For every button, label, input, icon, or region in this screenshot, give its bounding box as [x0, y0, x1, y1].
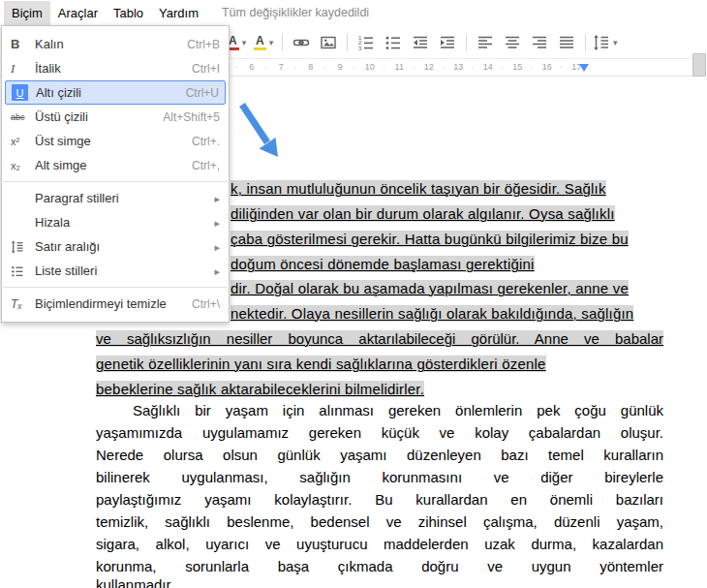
menu-item-ust-simge[interactable]: x² Üst simge Ctrl+. [2, 129, 229, 153]
decrease-indent-icon [412, 34, 429, 51]
document-line[interactable]: kullanmadır. [96, 575, 663, 588]
decrease-indent-button[interactable] [409, 31, 432, 54]
align-right-button[interactable] [528, 31, 551, 54]
menu-item-paragraf-stilleri[interactable]: Paragraf stilleri [2, 186, 229, 210]
menubar-item-bicim[interactable]: Biçim [4, 1, 50, 25]
menubar-item-tablo[interactable]: Tablo [106, 1, 151, 25]
menu-separator [3, 287, 228, 288]
ruler-number: 14 [474, 59, 504, 76]
submenu-arrow-icon [214, 263, 220, 278]
increase-indent-icon [439, 34, 456, 51]
insert-image-button[interactable] [317, 31, 340, 54]
document-line[interactable]: dir. Doğal olarak bu aşamada yapılması g… [231, 279, 629, 298]
google-docs-window: Biçim Araçlar Tablo Yardım Tüm değişikli… [0, 0, 707, 588]
annotation-arrow [228, 95, 295, 172]
menu-separator [3, 181, 228, 182]
menubar-item-yardim[interactable]: Yardım [151, 1, 206, 25]
toolbar-separator [282, 34, 283, 51]
submenu-arrow-icon [214, 215, 220, 230]
document-line[interactable]: sigara, alkol, uyarıcı ve uyuşturucu mad… [96, 535, 663, 554]
document-line[interactable]: temizlik, sağlıklı beslenme, bedensel ve… [96, 512, 663, 532]
submenu-arrow-icon [214, 239, 220, 254]
align-justify-icon [558, 34, 575, 51]
document-line[interactable]: k, insan mutluluğunun öncelik taşıyan bi… [231, 179, 606, 199]
menu-item-alt-simge[interactable]: x₂ Alt simge Ctrl+, [2, 153, 229, 177]
document-line[interactable]: yaşamımızda uygulamamız gereken küçük ve… [96, 423, 663, 443]
bold-icon: B [11, 37, 19, 51]
ruler-number: 7 [266, 59, 296, 76]
document-line[interactable]: bebeklerine sağlık aktarabileceklerini b… [96, 380, 424, 399]
ruler-number: 10 [355, 59, 385, 76]
document-line[interactable]: korunma, sorunlarla başa çıkmada doğru v… [96, 557, 663, 576]
document-line[interactable]: bilinerek uygulanması, sağlığın korunmas… [96, 468, 663, 487]
ruler-number: 12 [415, 59, 445, 76]
subscript-icon: x₂ [11, 160, 20, 171]
document-line[interactable]: doğum öncesi dönemde başlaması gerektiği… [231, 255, 535, 274]
highlight-color-icon: A [254, 35, 266, 50]
line-spacing-icon [593, 34, 610, 51]
ruler-number: 8 [296, 59, 326, 76]
numbered-list-button[interactable]: 1 2 3 [354, 31, 378, 54]
document-line[interactable]: genetik özelliklerinin yanı sıra kendi s… [96, 355, 546, 374]
increase-indent-button[interactable] [436, 31, 459, 54]
toolbar-separator [466, 34, 467, 51]
underline-icon: U [12, 84, 28, 101]
menubar: Biçim Araçlar Tablo Yardım Tüm değişikli… [0, 0, 707, 25]
menu-item-alti-cizili[interactable]: U Altı çizili Ctrl+U [5, 80, 226, 105]
bulleted-list-icon [384, 34, 402, 51]
ruler-number: 9 [325, 59, 355, 76]
toolbar-separator [585, 34, 586, 51]
link-icon [292, 34, 310, 51]
ruler-number: 15 [503, 59, 533, 76]
insert-link-button[interactable] [290, 31, 313, 54]
align-center-icon [504, 34, 521, 51]
document-line[interactable]: çaba gösterilmesi gerekir. Hatta bugünkü… [231, 230, 629, 249]
align-left-button[interactable] [474, 31, 497, 54]
ruler-number: 13 [444, 59, 474, 76]
menu-item-bicimlendirmeyi-temizle[interactable]: Tₓ Biçimlendirmeyi temizle Ctrl+\ [2, 292, 229, 316]
line-spacing-icon [11, 240, 24, 254]
menu-item-liste-stilleri[interactable]: Liste stilleri [2, 259, 229, 283]
image-icon [320, 34, 337, 51]
menu-item-satir-araligi[interactable]: Satır aralığı [2, 234, 229, 259]
align-justify-button[interactable] [555, 31, 578, 54]
menu-item-italik[interactable]: I İtalik Ctrl+I [2, 56, 229, 80]
document-line[interactable]: paylaştığımız yaşamı kolaylaştırır. Bu k… [96, 490, 663, 510]
clear-formatting-icon: Tₓ [11, 297, 22, 311]
superscript-icon: x² [11, 136, 19, 147]
submenu-arrow-icon [214, 191, 220, 205]
align-right-icon [531, 34, 548, 51]
numbered-list-icon: 1 2 3 [357, 34, 375, 51]
italic-icon: I [11, 61, 15, 77]
document-line[interactable]: diliğinden var olan bir durum olarak alg… [231, 204, 615, 224]
line-spacing-button[interactable] [593, 31, 618, 54]
svg-text:3: 3 [358, 45, 362, 50]
bulleted-list-button[interactable] [382, 31, 405, 54]
document-line[interactable]: Sağlıklı bir yaşam için alınması gereken… [96, 401, 663, 420]
ruler-number: 6 [237, 59, 267, 76]
ruler-number: 11 [384, 59, 415, 76]
align-left-icon [476, 34, 494, 51]
highlight-color-button[interactable]: A [252, 31, 275, 54]
menu-item-ustu-cizili[interactable]: abc Üstü çizili Alt+Shift+5 [2, 105, 229, 129]
toolbar-separator [347, 34, 348, 51]
document-line[interactable]: Nerede olursa olsun günlük yaşamı düzenl… [96, 446, 663, 465]
menu-item-hizala[interactable]: Hizala [2, 210, 229, 234]
align-center-button[interactable] [501, 31, 524, 54]
save-status: Tüm değişiklikler kaydedildi [222, 6, 369, 19]
menubar-item-araclar[interactable]: Araçlar [50, 1, 106, 25]
document-line[interactable]: nektedir. Olaya nesillerin sağlığı olara… [231, 304, 633, 324]
menu-item-kalin[interactable]: B Kalın Ctrl+B [2, 32, 229, 56]
right-indent-marker[interactable] [579, 64, 589, 72]
format-menu: B Kalın Ctrl+B I İtalik Ctrl+I U Altı çi… [1, 25, 230, 323]
list-styles-icon [11, 264, 24, 278]
ruler-number: 16 [533, 59, 563, 76]
scrollbar-thumb[interactable] [692, 53, 706, 77]
strikethrough-icon: abc [11, 112, 25, 122]
document-line[interactable]: ve sağlıksızlığın nesiller boyunca aktar… [96, 329, 663, 349]
